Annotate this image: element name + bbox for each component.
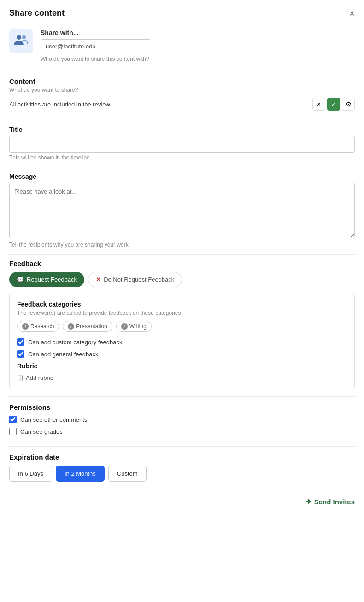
can-general-label: Can add general feedback xyxy=(28,351,99,358)
can-see-grades-checkbox[interactable] xyxy=(9,428,17,435)
category-research: i Research xyxy=(17,321,59,332)
do-not-request-feedback-button[interactable]: ✕ Do Not Request Feedback xyxy=(88,272,182,287)
rubric-title: Rubric xyxy=(17,362,347,370)
title-section: Title This will be shown in the timeline… xyxy=(0,118,364,167)
title-input[interactable] xyxy=(9,136,355,153)
title-label: Title xyxy=(9,126,355,133)
add-rubric-button[interactable]: ⊞ Add rubric xyxy=(17,373,347,382)
info-icon-writing: i xyxy=(121,323,128,330)
can-see-grades-row: Can see grades xyxy=(9,428,355,435)
can-see-comments-checkbox[interactable] xyxy=(9,416,17,423)
send-icon: ✈ xyxy=(305,497,311,506)
content-text: All activities are included in the revie… xyxy=(9,101,110,108)
request-feedback-button[interactable]: 💬 Request Feedback xyxy=(9,272,84,287)
can-custom-label: Can add custom category feedback xyxy=(28,339,123,346)
title-hint: This will be shown in the timeline. xyxy=(9,154,355,161)
share-email-input[interactable] xyxy=(41,39,151,53)
exp-6days-button[interactable]: In 6 Days xyxy=(9,466,52,482)
feedback-section: Feedback 💬 Request Feedback ✕ Do Not Req… xyxy=(0,255,364,389)
content-section-subtitle: What do you want to share? xyxy=(9,87,355,93)
can-general-row: Can add general feedback xyxy=(17,350,347,358)
feedback-categories-title: Feedback categories xyxy=(17,301,347,308)
grid-icon: ⊞ xyxy=(17,373,23,382)
can-see-comments-label: Can see other comments xyxy=(20,416,87,423)
content-section-title: Content xyxy=(9,77,355,85)
can-see-grades-label: Can see grades xyxy=(20,428,63,435)
category-writing: i Writing xyxy=(116,321,152,332)
feedback-categories-box: Feedback categories The reviewer(s) are … xyxy=(9,294,355,389)
feedback-categories-subtitle: The reviewer(s) are asked to provide fee… xyxy=(17,310,347,316)
category-research-label: Research xyxy=(30,323,54,330)
content-remove-button[interactable]: × xyxy=(312,98,325,111)
feedback-buttons: 💬 Request Feedback ✕ Do Not Request Feed… xyxy=(9,272,355,287)
request-feedback-label: Request Feedback xyxy=(27,276,77,283)
share-content-modal: Share content × Share with... Who do you… xyxy=(0,0,364,517)
expiration-title: Expiration date xyxy=(9,453,355,461)
message-section: Message Tell the recipients why you are … xyxy=(0,167,364,254)
modal-title: Share content xyxy=(9,8,65,18)
permissions-title: Permissions xyxy=(9,403,355,411)
info-icon-presentation: i xyxy=(68,323,74,330)
can-general-checkbox[interactable] xyxy=(17,350,24,358)
content-confirm-button[interactable]: ✓ xyxy=(327,98,340,111)
no-request-feedback-label: Do Not Request Feedback xyxy=(104,276,174,283)
avatar-box xyxy=(9,29,33,53)
add-rubric-label: Add rubric xyxy=(26,374,53,381)
message-label: Message xyxy=(9,173,355,180)
content-row: All activities are included in the revie… xyxy=(9,98,355,111)
group-icon xyxy=(14,33,29,49)
svg-point-1 xyxy=(22,35,26,39)
category-writing-label: Writing xyxy=(129,323,147,330)
category-presentation-label: Presentation xyxy=(76,323,107,330)
send-invites-button[interactable]: ✈ Send Invites xyxy=(305,497,355,506)
footer: ✈ Send Invites xyxy=(0,488,364,517)
chat-icon: 💬 xyxy=(17,276,24,283)
categories-list: i Research i Presentation i Writing xyxy=(17,321,347,332)
content-section: Content What do you want to share? All a… xyxy=(0,70,364,118)
can-custom-row: Can add custom category feedback xyxy=(17,338,347,346)
permissions-section: Permissions Can see other comments Can s… xyxy=(0,397,364,446)
svg-point-0 xyxy=(17,35,21,40)
feedback-title: Feedback xyxy=(9,260,355,267)
send-invites-label: Send Invites xyxy=(314,498,355,506)
x-icon: ✕ xyxy=(96,276,101,283)
exp-2months-button[interactable]: In 2 Months xyxy=(56,466,105,482)
share-with-label: Share with... xyxy=(41,29,355,36)
can-custom-checkbox[interactable] xyxy=(17,338,24,346)
close-button[interactable]: × xyxy=(349,9,355,18)
expiration-buttons: In 6 Days In 2 Months Custom xyxy=(9,466,355,482)
message-hint: Tell the recipients why you are sharing … xyxy=(9,242,355,248)
can-see-comments-row: Can see other comments xyxy=(9,416,355,423)
share-with-right: Share with... Who do you want to share t… xyxy=(41,29,355,62)
info-icon-research: i xyxy=(22,323,29,330)
category-presentation: i Presentation xyxy=(63,321,112,332)
expiration-section: Expiration date In 6 Days In 2 Months Cu… xyxy=(0,447,364,488)
content-actions: × ✓ ⚙ xyxy=(312,98,355,111)
message-textarea[interactable] xyxy=(9,183,355,238)
exp-custom-button[interactable]: Custom xyxy=(108,466,147,482)
content-settings-button[interactable]: ⚙ xyxy=(342,98,355,111)
modal-header: Share content × xyxy=(0,0,364,24)
share-with-section: Share with... Who do you want to share t… xyxy=(0,24,364,70)
share-hint: Who do you want to share this content wi… xyxy=(41,56,355,62)
